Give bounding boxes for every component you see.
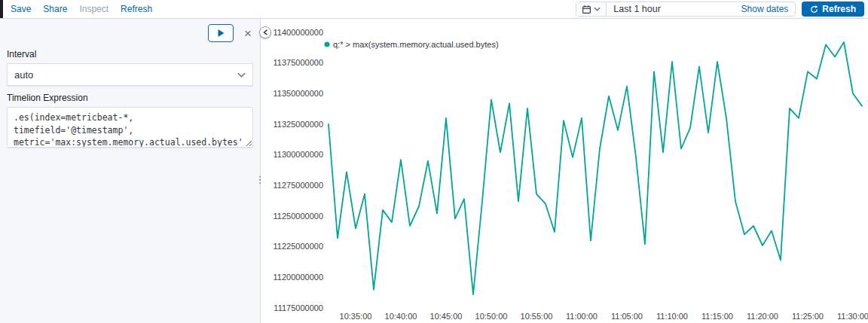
chart-panel: 1140000000011375000000113500000001132500… [261, 19, 868, 323]
expression-label: Timelion Expression [7, 93, 253, 103]
refresh-button[interactable]: Refresh [802, 2, 864, 17]
legend-dot [325, 42, 330, 47]
refresh-button-label: Refresh [822, 4, 856, 14]
x-axis-tick-label: 11:30:00 [837, 312, 868, 321]
x-axis-tick-label: 11:25:00 [792, 312, 824, 321]
sidebar-toolbar: × [7, 19, 253, 42]
time-range-value[interactable]: Last 1 hour [607, 2, 741, 16]
x-axis-tick-label: 10:40:00 [385, 312, 417, 321]
time-controls: Last 1 hour Show dates Refresh [576, 2, 868, 17]
panel-resize-handle[interactable]: ⋮ [256, 171, 264, 187]
chevron-down-icon [237, 72, 246, 78]
y-axis-tick-label: 11275000000 [274, 181, 323, 190]
x-axis-tick-label: 10:45:00 [430, 312, 463, 321]
show-dates-button[interactable]: Show dates [741, 2, 796, 16]
top-nav-links: Save Share Inspect Refresh [3, 4, 152, 14]
date-picker: Last 1 hour Show dates [576, 2, 796, 17]
share-button[interactable]: Share [43, 4, 67, 14]
play-icon [218, 29, 225, 37]
calendar-dropdown-button[interactable] [576, 2, 607, 16]
x-axis-tick-label: 11:20:00 [747, 312, 778, 321]
timelion-chart[interactable]: 1140000000011375000000113500000001132500… [261, 19, 868, 323]
y-axis-tick-label: 11350000000 [274, 89, 323, 98]
close-icon[interactable]: × [243, 27, 253, 40]
x-axis-tick-label: 11:10:00 [656, 312, 688, 321]
y-axis-tick-label: 11200000000 [274, 273, 323, 282]
legend-label: q:* > max(system.memory.actual.used.byte… [333, 40, 499, 49]
x-axis-tick-label: 10:55:00 [521, 312, 553, 321]
refresh-icon [810, 5, 818, 14]
y-axis-tick-label: 11325000000 [274, 120, 323, 129]
x-axis-tick-label: 11:05:00 [611, 312, 643, 321]
calendar-icon [582, 5, 591, 14]
chevron-down-icon [594, 7, 601, 11]
inspect-button[interactable]: Inspect [79, 4, 108, 14]
interval-select[interactable]: auto [7, 63, 253, 86]
timelion-sidebar: × Interval auto Timelion Expression .es(… [0, 19, 261, 323]
y-axis-tick-label: 11375000000 [274, 58, 323, 67]
series-line[interactable] [329, 42, 862, 294]
save-button[interactable]: Save [11, 4, 31, 14]
x-axis-tick-label: 10:35:00 [340, 312, 372, 321]
interval-label: Interval [7, 49, 253, 59]
collapse-panel-button[interactable] [259, 26, 271, 38]
y-axis-tick-label: 11225000000 [274, 242, 323, 251]
x-axis-tick-label: 11:00:00 [566, 312, 598, 321]
main-area: × Interval auto Timelion Expression .es(… [0, 19, 868, 323]
run-expression-button[interactable] [208, 24, 234, 42]
y-axis-tick-label: 11300000000 [274, 150, 323, 159]
x-axis-tick-label: 10:50:00 [475, 312, 508, 321]
y-axis-tick-label: 11175000000 [274, 303, 323, 312]
timelion-expression-input[interactable]: .es(index=metricbeat-*, timefield='@time… [7, 107, 253, 148]
top-bar: Save Share Inspect Refresh Last 1 hour S… [0, 0, 868, 19]
interval-value: auto [14, 69, 33, 81]
refresh-link[interactable]: Refresh [121, 4, 152, 14]
y-axis-tick-label: 11400000000 [274, 28, 323, 37]
y-axis-tick-label: 11250000000 [274, 212, 323, 221]
x-axis-tick-label: 11:15:00 [701, 312, 733, 321]
